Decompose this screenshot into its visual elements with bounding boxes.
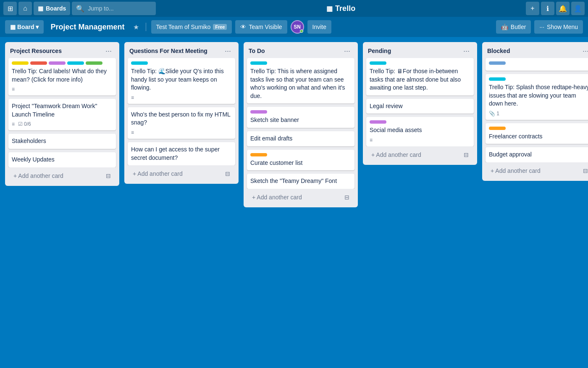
top-nav: ⊞ ⌂ ▦ Boards 🔍 ▦ Trello + ℹ 🔔 👤 bbox=[0, 0, 588, 17]
template-icon[interactable]: ⊟ bbox=[106, 172, 111, 179]
label-yellow[interactable] bbox=[12, 61, 29, 65]
info-icon: ℹ bbox=[546, 5, 549, 13]
label-teal[interactable] bbox=[131, 61, 148, 65]
list-menu-button[interactable]: ··· bbox=[341, 46, 353, 56]
card-footer: ≡ bbox=[131, 130, 232, 135]
card[interactable] bbox=[486, 58, 588, 71]
card-text: Sketch site banner bbox=[250, 116, 351, 124]
list-menu-button[interactable]: ··· bbox=[580, 46, 588, 56]
add-button[interactable]: + bbox=[526, 2, 539, 15]
label-teal[interactable] bbox=[370, 61, 386, 65]
card-footer: ≡ bbox=[12, 86, 113, 92]
template-icon[interactable]: ⊟ bbox=[464, 151, 469, 158]
list-menu-button[interactable]: ··· bbox=[461, 46, 472, 56]
card-text: Budget approval bbox=[489, 151, 588, 159]
card-text: Trello Tip: 🖥For those in-between tasks … bbox=[370, 67, 470, 92]
user-icon: 👤 bbox=[574, 5, 582, 13]
label-blue[interactable] bbox=[489, 61, 506, 65]
notifications-button[interactable]: 🔔 bbox=[556, 2, 570, 15]
add-card-button[interactable]: + Add another card⊟ bbox=[128, 167, 235, 180]
card-labels bbox=[489, 61, 588, 65]
card-text: Trello Tip: This is where assigned tasks… bbox=[250, 67, 351, 100]
card[interactable]: Project "Teamwork Dream Work" Launch Tim… bbox=[8, 99, 116, 130]
board-view-button[interactable]: ▦ Board ▾ bbox=[5, 20, 44, 34]
card[interactable]: How can I get access to the super secret… bbox=[128, 142, 235, 165]
template-icon[interactable]: ⊟ bbox=[225, 170, 230, 177]
home-button[interactable]: ⌂ bbox=[18, 2, 32, 15]
online-indicator bbox=[300, 29, 303, 33]
card[interactable]: Curate customer list bbox=[247, 150, 354, 171]
card-labels bbox=[250, 110, 351, 114]
card[interactable]: Sketch the "Teamy Dreamy" Font bbox=[247, 174, 354, 189]
add-card-button[interactable]: + Add another card⊟ bbox=[247, 191, 354, 204]
label-purple[interactable] bbox=[370, 120, 386, 124]
board-header: ▦ Board ▾ Project Management ★ Test Team… bbox=[0, 17, 588, 37]
label-purple[interactable] bbox=[49, 61, 66, 65]
card-labels bbox=[250, 61, 351, 65]
list-header: Project Resources··· bbox=[5, 42, 119, 58]
label-red[interactable] bbox=[30, 61, 47, 65]
team-visible-button[interactable]: 👁 Team Visible bbox=[235, 20, 287, 34]
add-card-label: + Add another card bbox=[252, 194, 302, 201]
card[interactable]: Trello Tip: 🌊Slide your Q's into this ha… bbox=[128, 58, 235, 104]
add-card-button[interactable]: + Add another card⊟ bbox=[8, 169, 116, 183]
divider bbox=[146, 23, 146, 31]
search-input[interactable] bbox=[88, 5, 151, 12]
list-menu-button[interactable]: ··· bbox=[103, 46, 114, 56]
star-button[interactable]: ★ bbox=[131, 21, 141, 33]
card[interactable]: Sketch site banner bbox=[247, 107, 354, 128]
card[interactable]: Social media assets≡ bbox=[366, 117, 474, 146]
free-badge: Free bbox=[213, 24, 227, 30]
card[interactable]: Legal review bbox=[366, 99, 474, 114]
home-icon: ⌂ bbox=[23, 5, 27, 12]
team-button[interactable]: Test Team of Sumiko Free bbox=[151, 20, 232, 34]
visibility-label: Team Visible bbox=[249, 24, 282, 30]
label-purple[interactable] bbox=[250, 110, 267, 114]
info-button[interactable]: ℹ bbox=[541, 2, 554, 15]
card[interactable]: Weekly Updates bbox=[8, 152, 116, 167]
butler-button[interactable]: 🤖 Butler bbox=[496, 20, 531, 34]
invite-button[interactable]: Invite bbox=[307, 20, 331, 34]
card[interactable]: Who's the best person to fix my HTML sna… bbox=[128, 107, 235, 139]
card[interactable]: Edit email drafts bbox=[247, 131, 354, 146]
label-teal[interactable] bbox=[489, 77, 506, 81]
description-icon: ≡ bbox=[131, 130, 134, 135]
template-icon[interactable]: ⊟ bbox=[344, 194, 349, 201]
add-card-button[interactable]: + Add another card⊟ bbox=[486, 164, 588, 177]
apps-button[interactable]: ⊞ bbox=[3, 2, 17, 15]
card[interactable]: Freelancer contracts bbox=[486, 123, 588, 144]
card[interactable]: Stakeholders bbox=[8, 134, 116, 149]
template-icon[interactable]: ⊟ bbox=[583, 167, 588, 174]
boards-button[interactable]: ▦ Boards bbox=[34, 2, 70, 15]
boards-label: Boards bbox=[46, 5, 66, 12]
card-text: Edit email drafts bbox=[250, 135, 351, 143]
list-title: Questions For Next Meeting bbox=[129, 48, 207, 54]
show-menu-button[interactable]: ··· Show Menu bbox=[534, 20, 583, 34]
card-text: Project "Teamwork Dream Work" Launch Tim… bbox=[12, 102, 113, 119]
profile-button[interactable]: 👤 bbox=[571, 2, 585, 15]
card-text: Legal review bbox=[370, 102, 470, 111]
card[interactable]: Trello Tip: 🖥For those in-between tasks … bbox=[366, 58, 474, 95]
list-cards: Trello Tip: 🌊Slide your Q's into this ha… bbox=[124, 58, 239, 165]
label-teal[interactable] bbox=[250, 61, 267, 65]
list-title: Project Resources bbox=[10, 48, 62, 54]
card[interactable]: Trello Tip: Card labels! What do they me… bbox=[8, 58, 116, 95]
label-orange[interactable] bbox=[489, 127, 506, 130]
list-menu-button[interactable]: ··· bbox=[222, 46, 234, 56]
label-teal[interactable] bbox=[67, 61, 84, 65]
add-card-button[interactable]: + Add another card⊟ bbox=[366, 148, 474, 161]
list-header: Pending··· bbox=[363, 42, 477, 58]
card[interactable]: Budget approval bbox=[486, 147, 588, 162]
trello-icon: ▦ bbox=[326, 5, 333, 13]
search-bar[interactable]: 🔍 bbox=[72, 2, 156, 15]
board-title: Project Management bbox=[47, 23, 128, 32]
card-labels bbox=[370, 120, 470, 124]
card[interactable]: Trello Tip: This is where assigned tasks… bbox=[247, 58, 354, 103]
invite-label: Invite bbox=[312, 24, 326, 30]
avatar[interactable]: SN bbox=[291, 20, 304, 34]
list-cards: Trello Tip: 🖥For those in-between tasks … bbox=[363, 58, 477, 146]
boards-grid-icon: ▦ bbox=[38, 5, 43, 12]
card[interactable]: Trello Tip: Splash those redtape-heavy i… bbox=[486, 74, 588, 120]
label-orange[interactable] bbox=[250, 153, 267, 156]
label-green[interactable] bbox=[86, 61, 102, 65]
